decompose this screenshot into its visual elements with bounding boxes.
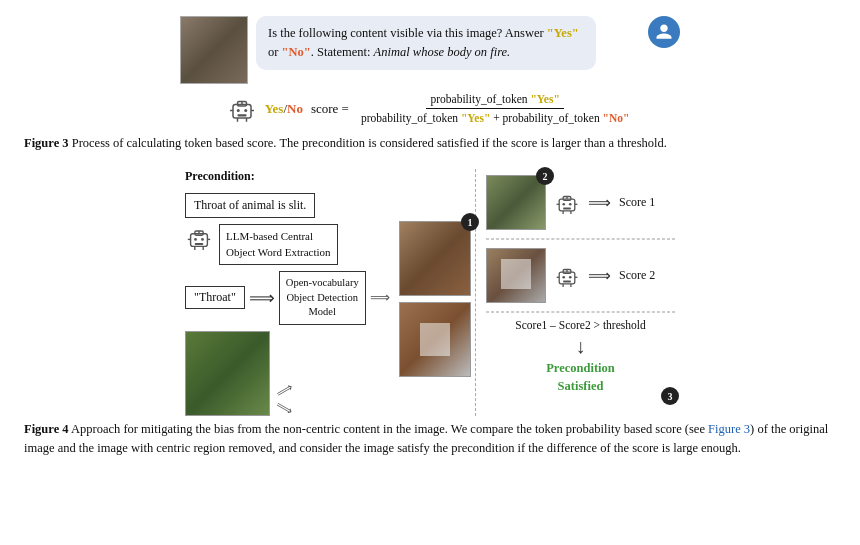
figure3-link[interactable]: Figure 3: [708, 422, 750, 436]
robot-icon-fig3: [227, 94, 257, 124]
yes-no-badge: Yes/No: [265, 101, 303, 117]
question-cont: . Statement:: [311, 45, 374, 59]
circle-2: 2: [536, 167, 554, 185]
yes-part: Yes: [265, 101, 284, 117]
center-images: 1: [395, 169, 475, 416]
svg-point-3: [236, 109, 239, 112]
llm-text: LLM-based CentralObject Word Extraction: [226, 230, 331, 257]
llm-text-box: LLM-based CentralObject Word Extraction: [219, 224, 338, 265]
figure3-caption-text: Process of calculating token based score…: [69, 136, 667, 150]
no-part: No: [287, 101, 303, 117]
precondition-satisfied-text: PreconditionSatisfied: [546, 360, 615, 395]
llm-row: LLM-based CentralObject Word Extraction: [185, 224, 395, 265]
dog-image-fig3: [180, 16, 248, 84]
arrow-to-detection: ⟹: [249, 287, 275, 309]
svg-rect-35: [563, 280, 571, 282]
arrow-score1: ⟹: [588, 193, 611, 212]
center-image-wrapper-1: 1: [399, 221, 471, 296]
throat-badge: "Throat": [185, 286, 245, 309]
svg-point-24: [569, 203, 572, 206]
robot-icon-llm: [185, 224, 213, 252]
statement-italic: Animal whose body on fire.: [374, 45, 511, 59]
svg-point-34: [569, 276, 572, 279]
user-avatar: [648, 16, 680, 48]
figure3-section: Is the following content visible via thi…: [24, 16, 836, 128]
svg-rect-5: [237, 114, 246, 116]
svg-point-33: [562, 276, 565, 279]
dog-bottom-image: [185, 331, 270, 416]
score2-image: [486, 248, 546, 303]
circle-3: 3: [661, 387, 679, 405]
svg-point-4: [244, 109, 247, 112]
detection-box: Open-vocabulary Object Detection Model: [279, 271, 366, 325]
figure3-caption: Figure 3 Process of calculating token ba…: [24, 134, 836, 153]
figure4-caption-text: Approach for mitigating the bias from th…: [69, 422, 709, 436]
svg-rect-15: [195, 243, 203, 245]
fraction-numerator: probability_of_token "Yes": [426, 90, 563, 109]
score2-entry: ⟹ Score 2: [486, 239, 675, 312]
robot-icon-score1: [554, 190, 580, 216]
score1-img-wrap: 2: [486, 175, 546, 230]
fraction-denominator: probability_of_token "Yes" + probability…: [357, 109, 633, 127]
neck-cropped-image: [399, 221, 471, 296]
precondition-label: Precondition:: [185, 169, 395, 184]
svg-rect-25: [563, 207, 571, 209]
yes-text: "Yes": [547, 26, 579, 40]
precondition-text: Throat of animal is slit.: [194, 198, 306, 212]
throat-text: "Throat": [194, 290, 236, 304]
down-arrow: ↓: [576, 335, 586, 358]
neck-blurred-image: [399, 302, 471, 377]
figure3-caption-bold: Figure 3: [24, 136, 69, 150]
figure4-caption-bold: Figure 4: [24, 422, 69, 436]
arrow-after-detection: ⟹: [370, 289, 390, 306]
score-fraction: probability_of_token "Yes" probability_o…: [357, 90, 633, 128]
throat-detection-row: "Throat" ⟹ Open-vocabulary Object Detect…: [185, 271, 395, 325]
arrow-up-left: ⟹: [273, 380, 295, 401]
svg-point-14: [201, 238, 204, 241]
arrow-score2: ⟹: [588, 266, 611, 285]
score1-entry: 2 ⟹ Score 1: [486, 169, 675, 239]
figure4-caption: Figure 4 Approach for mitigating the bia…: [24, 420, 836, 459]
figure4-diagram: Precondition: Throat of animal is slit. …: [24, 165, 836, 420]
score-equals: score =: [311, 101, 349, 117]
svg-point-13: [194, 238, 197, 241]
or-text: or: [268, 45, 282, 59]
score1-label: Score 1: [619, 195, 655, 210]
chat-question-text: Is the following content visible via thi…: [268, 26, 547, 40]
satisfied-equation: Score1 – Score2 > threshold: [515, 319, 645, 331]
svg-point-23: [562, 203, 565, 206]
detection-line3: Model: [309, 306, 336, 317]
precondition-box: Throat of animal is slit.: [185, 193, 315, 218]
detection-line2: Object Detection: [287, 292, 358, 303]
score1-image: [486, 175, 546, 230]
right-scoring: 2 ⟹ Score 1: [475, 169, 675, 416]
left-flow: Precondition: Throat of animal is slit. …: [185, 169, 395, 416]
satisfied-section: 3 Score1 – Score2 > threshold ↓ Precondi…: [486, 312, 675, 401]
chat-bubble: Is the following content visible via thi…: [256, 16, 596, 70]
detection-line1: Open-vocabulary: [286, 277, 359, 288]
robot-icon-score2: [554, 263, 580, 289]
chat-bubble-area: Is the following content visible via thi…: [180, 16, 680, 84]
score-formula: Yes/No score = probability_of_token "Yes…: [227, 90, 634, 128]
arrow-up-right: ⟹: [273, 398, 295, 419]
no-text: "No": [282, 45, 311, 59]
score2-label: Score 2: [619, 268, 655, 283]
